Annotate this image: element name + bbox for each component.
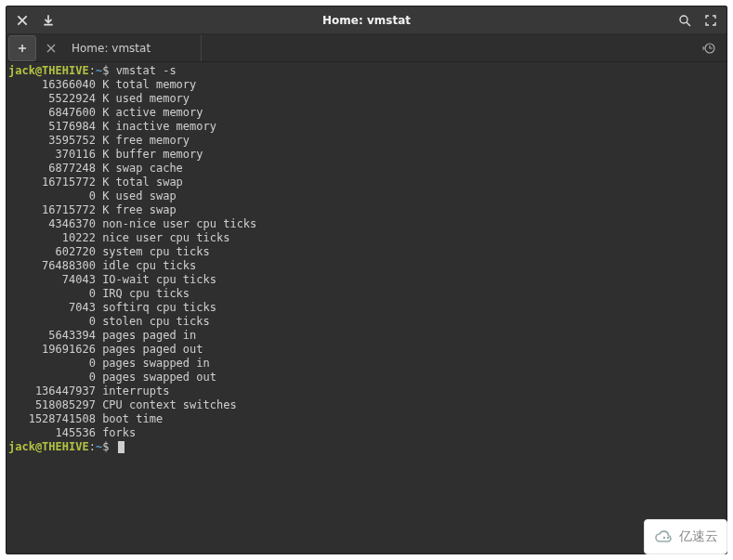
output-label: K free swap xyxy=(102,203,176,216)
output-value: 0 xyxy=(8,357,96,371)
output-label: K used memory xyxy=(102,92,190,105)
output-value: 3595752 xyxy=(8,134,96,148)
svg-point-2 xyxy=(663,537,665,539)
output-label: pages swapped out xyxy=(102,371,216,384)
output-row: 0 pages swapped in xyxy=(8,357,725,371)
titlebar-right-controls xyxy=(678,14,726,27)
output-label: interrupts xyxy=(102,384,169,397)
output-row: 0 pages swapped out xyxy=(8,371,725,384)
output-value: 10222 xyxy=(8,231,96,245)
prompt-symbol: $ xyxy=(102,64,109,77)
prompt-symbol: $ xyxy=(102,440,109,453)
output-row: 74043 IO-wait cpu ticks xyxy=(8,273,725,287)
output-label: K inactive memory xyxy=(102,120,216,133)
output-row: 16715772 K total swap xyxy=(8,176,725,189)
watermark-text: 亿速云 xyxy=(679,528,718,545)
output-value: 16715772 xyxy=(8,176,96,189)
window-title: Home: vmstat xyxy=(55,14,678,27)
output-row: 136447937 interrupts xyxy=(8,384,725,398)
cursor-block xyxy=(118,441,124,453)
fullscreen-icon[interactable] xyxy=(704,14,717,27)
output-row: 370116 K buffer memory xyxy=(8,148,725,162)
prompt-line-idle: jack@THEHIVE:~$ xyxy=(8,440,725,454)
output-value: 19691626 xyxy=(8,343,96,357)
prompt-line: jack@THEHIVE:~$ vmstat -s xyxy=(8,64,725,78)
output-label: K free memory xyxy=(102,134,190,147)
output-label: pages swapped in xyxy=(102,357,210,370)
cloud-icon xyxy=(653,529,675,544)
output-value: 1528741508 xyxy=(8,412,96,426)
output-row: 602720 system cpu ticks xyxy=(8,245,725,259)
output-row: 1528741508 boot time xyxy=(8,412,725,426)
search-icon[interactable] xyxy=(678,14,691,27)
output-row: 16715772 K free swap xyxy=(8,203,725,217)
output-value: 370116 xyxy=(8,148,96,162)
output-label: IO-wait cpu ticks xyxy=(102,273,216,286)
output-label: pages paged out xyxy=(102,343,203,356)
output-row: 5176984 K inactive memory xyxy=(8,120,725,134)
close-tab-button[interactable] xyxy=(40,35,62,61)
output-value: 5643394 xyxy=(8,329,96,343)
output-row: 7043 softirq cpu ticks xyxy=(8,301,725,315)
command-text: vmstat -s xyxy=(116,64,177,77)
output-row: 518085297 CPU context switches xyxy=(8,398,725,412)
output-row: 6847600 K active memory xyxy=(8,106,725,120)
output-label: K buffer memory xyxy=(102,148,203,161)
output-label: boot time xyxy=(102,412,163,425)
output-row: 16366040 K total memory xyxy=(8,78,725,92)
tab-label: Home: vmstat xyxy=(72,42,151,55)
new-tab-button[interactable] xyxy=(8,35,36,61)
output-label: system cpu ticks xyxy=(102,245,210,258)
titlebar: Home: vmstat xyxy=(7,7,726,34)
output-value: 0 xyxy=(8,287,96,301)
watermark-badge: 亿速云 xyxy=(644,519,727,554)
output-value: 0 xyxy=(8,315,96,329)
history-button[interactable] xyxy=(695,35,723,61)
output-row: 3595752 K free memory xyxy=(8,134,725,148)
output-label: K swap cache xyxy=(102,162,183,175)
output-label: K total swap xyxy=(102,176,183,189)
titlebar-left-controls xyxy=(7,14,55,27)
output-label: CPU context switches xyxy=(102,398,237,411)
terminal-window: Home: vmstat Home: vmstat jack@THEHIVE:~… xyxy=(6,6,727,554)
output-label: stolen cpu ticks xyxy=(102,315,210,328)
download-icon[interactable] xyxy=(42,14,55,27)
output-value: 16366040 xyxy=(8,78,96,92)
output-value: 518085297 xyxy=(8,398,96,412)
output-value: 145536 xyxy=(8,426,96,440)
output-value: 5522924 xyxy=(8,92,96,106)
svg-point-3 xyxy=(667,537,669,539)
output-label: softirq cpu ticks xyxy=(102,301,216,314)
output-value: 7043 xyxy=(8,301,96,315)
output-value: 76488300 xyxy=(8,259,96,273)
output-row: 0 IRQ cpu ticks xyxy=(8,287,725,301)
output-row: 10222 nice user cpu ticks xyxy=(8,231,725,245)
output-label: K total memory xyxy=(102,78,196,91)
prompt-separator: : xyxy=(89,64,96,77)
output-value: 4346370 xyxy=(8,217,96,231)
prompt-user: jack@THEHIVE xyxy=(8,64,89,77)
output-value: 0 xyxy=(8,189,96,203)
output-value: 602720 xyxy=(8,245,96,259)
output-label: pages paged in xyxy=(102,329,196,342)
output-row: 19691626 pages paged out xyxy=(8,343,725,357)
vmstat-output: 16366040 K total memory5522924 K used me… xyxy=(8,78,725,440)
output-row: 76488300 idle cpu ticks xyxy=(8,259,725,273)
output-row: 5522924 K used memory xyxy=(8,92,725,106)
prompt-separator: : xyxy=(89,440,96,453)
output-row: 0 K used swap xyxy=(8,189,725,203)
tabbar: Home: vmstat xyxy=(7,34,726,62)
output-value: 0 xyxy=(8,371,96,384)
output-label: K used swap xyxy=(102,189,176,202)
close-icon[interactable] xyxy=(16,14,29,27)
output-label: IRQ cpu ticks xyxy=(102,287,190,300)
output-value: 5176984 xyxy=(8,120,96,134)
output-row: 6877248 K swap cache xyxy=(8,162,725,176)
output-label: nice user cpu ticks xyxy=(102,231,229,244)
terminal-output[interactable]: jack@THEHIVE:~$ vmstat -s16366040 K tota… xyxy=(7,62,726,553)
output-row: 145536 forks xyxy=(8,426,725,440)
output-value: 6847600 xyxy=(8,106,96,120)
output-label: K active memory xyxy=(102,106,203,119)
tab-active[interactable]: Home: vmstat xyxy=(62,35,202,61)
prompt-user: jack@THEHIVE xyxy=(8,440,89,453)
